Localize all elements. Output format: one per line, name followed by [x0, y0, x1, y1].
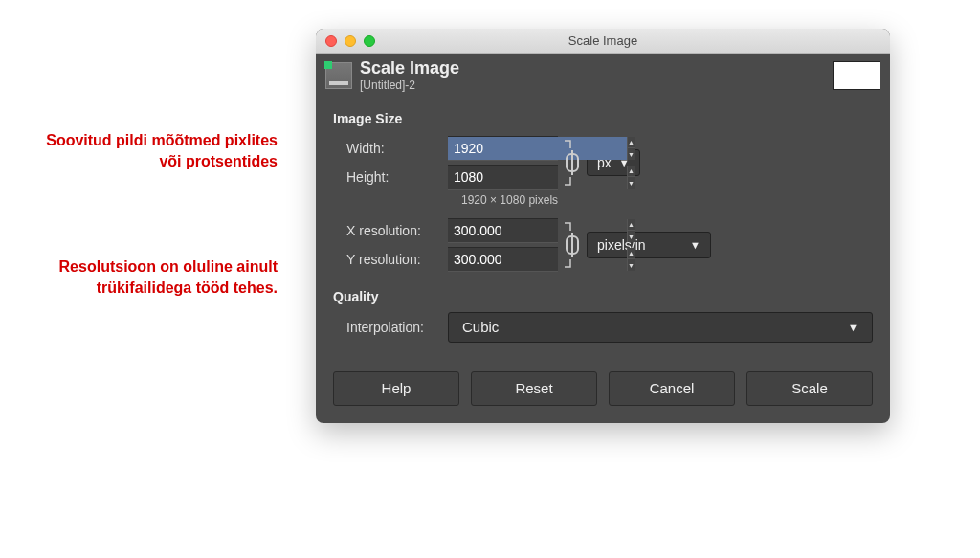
yres-field[interactable] [448, 248, 627, 271]
width-step-down-icon[interactable]: ▼ [628, 148, 635, 160]
interpolation-value: Cubic [462, 319, 499, 335]
scale-image-icon [325, 62, 352, 89]
quality-label: Quality [333, 289, 873, 304]
yres-step-down-icon[interactable]: ▼ [628, 259, 635, 271]
xres-field[interactable] [448, 219, 627, 242]
annotation-resolution: Resolutsioon on oluline ainult trükifail… [29, 257, 278, 298]
interpolation-label: Interpolation: [333, 320, 448, 335]
dialog-subtitle: [Untitled]-2 [360, 78, 459, 92]
yres-step-up-icon[interactable]: ▲ [628, 248, 635, 260]
interpolation-select[interactable]: Cubic ▼ [448, 312, 873, 343]
width-label: Width: [333, 141, 448, 156]
width-field[interactable] [448, 137, 627, 160]
height-label: Height: [333, 169, 448, 185]
preview-swatch [833, 61, 880, 90]
image-size-label: Image Size [333, 111, 873, 126]
chevron-down-icon: ▼ [690, 239, 701, 251]
xres-step-up-icon[interactable]: ▲ [628, 219, 635, 232]
button-bar: Help Reset Cancel Scale [316, 358, 890, 423]
xres-label: X resolution: [333, 223, 448, 238]
height-input[interactable]: ▲ ▼ [448, 165, 558, 190]
window-title: Scale Image [316, 33, 890, 48]
height-step-down-icon[interactable]: ▼ [628, 177, 635, 189]
scale-button[interactable]: Scale [746, 371, 873, 406]
help-button[interactable]: Help [333, 371, 459, 406]
dialog-title: Scale Image [360, 59, 459, 78]
height-field[interactable] [448, 166, 627, 189]
link-chain-icon[interactable] [562, 137, 583, 189]
resolution-link-chain-icon[interactable] [562, 219, 583, 271]
xres-step-down-icon[interactable]: ▼ [628, 231, 635, 242]
width-input[interactable]: ▲ ▼ [448, 136, 558, 161]
xres-input[interactable]: ▲ ▼ [448, 218, 558, 243]
chevron-down-icon: ▼ [848, 322, 858, 333]
cancel-button[interactable]: Cancel [609, 371, 735, 406]
width-step-up-icon[interactable]: ▲ [628, 137, 635, 149]
annotation-size: Soovitud pildi mõõtmed pixlites või prot… [29, 130, 278, 171]
reset-button[interactable]: Reset [471, 371, 597, 406]
dimensions-text: 1920 × 1080 pixels [461, 193, 873, 207]
yres-input[interactable]: ▲ ▼ [448, 247, 558, 272]
yres-label: Y resolution: [333, 252, 448, 267]
dialog-header: Scale Image [Untitled]-2 [316, 54, 890, 98]
titlebar: Scale Image [316, 29, 890, 54]
height-step-up-icon[interactable]: ▲ [628, 166, 635, 178]
scale-image-dialog: Scale Image Scale Image [Untitled]-2 Ima… [316, 29, 890, 423]
